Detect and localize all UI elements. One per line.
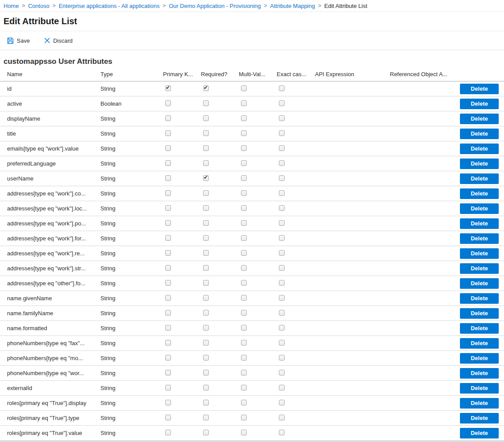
delete-button[interactable]: Delete (460, 144, 499, 154)
exact-case-checkbox[interactable] (279, 265, 285, 271)
required-checkbox[interactable] (203, 130, 209, 136)
delete-button[interactable]: Delete (460, 293, 499, 304)
multi-valued-checkbox[interactable] (241, 355, 247, 361)
required-checkbox[interactable] (203, 400, 209, 405)
required-checkbox[interactable] (203, 310, 209, 316)
multi-valued-checkbox[interactable] (241, 310, 247, 316)
exact-case-checkbox[interactable] (279, 310, 285, 316)
required-checkbox[interactable] (203, 280, 209, 286)
delete-button[interactable]: Delete (460, 203, 499, 214)
exact-case-checkbox[interactable] (279, 235, 285, 241)
primary-key-checkbox[interactable] (165, 415, 171, 420)
required-checkbox[interactable] (203, 160, 209, 166)
primary-key-checkbox[interactable] (165, 310, 171, 316)
multi-valued-checkbox[interactable] (241, 100, 247, 106)
exact-case-checkbox[interactable] (279, 415, 285, 420)
exact-case-checkbox[interactable] (279, 175, 285, 181)
delete-button[interactable]: Delete (460, 84, 499, 94)
primary-key-checkbox[interactable] (165, 235, 171, 241)
primary-key-checkbox[interactable] (165, 160, 171, 166)
required-checkbox[interactable] (203, 115, 209, 121)
delete-button[interactable]: Delete (460, 413, 499, 424)
exact-case-checkbox[interactable] (279, 325, 285, 331)
required-checkbox[interactable] (203, 175, 209, 181)
primary-key-checkbox[interactable] (165, 175, 171, 181)
multi-valued-checkbox[interactable] (241, 400, 247, 405)
breadcrumb-link-demo-application-provisioning[interactable]: Our Demo Application - Provisioning (169, 3, 261, 9)
save-button[interactable]: Save (4, 35, 33, 47)
primary-key-checkbox[interactable] (165, 325, 171, 331)
discard-button[interactable]: Discard (41, 35, 76, 47)
multi-valued-checkbox[interactable] (241, 130, 247, 136)
multi-valued-checkbox[interactable] (241, 415, 247, 420)
primary-key-checkbox[interactable] (165, 280, 171, 286)
primary-key-checkbox[interactable] (165, 85, 171, 91)
delete-button[interactable]: Delete (460, 99, 499, 109)
delete-button[interactable]: Delete (460, 173, 499, 184)
delete-button[interactable]: Delete (460, 218, 499, 229)
multi-valued-checkbox[interactable] (241, 145, 247, 151)
multi-valued-checkbox[interactable] (241, 175, 247, 181)
delete-button[interactable]: Delete (460, 233, 499, 244)
exact-case-checkbox[interactable] (279, 85, 285, 91)
breadcrumb-link-contoso[interactable]: Contoso (28, 3, 49, 9)
required-checkbox[interactable] (203, 235, 209, 241)
multi-valued-checkbox[interactable] (241, 265, 247, 271)
required-checkbox[interactable] (203, 100, 209, 106)
delete-button[interactable]: Delete (460, 248, 499, 259)
primary-key-checkbox[interactable] (165, 400, 171, 405)
delete-button[interactable]: Delete (460, 368, 499, 379)
primary-key-checkbox[interactable] (165, 145, 171, 151)
primary-key-checkbox[interactable] (165, 205, 171, 211)
exact-case-checkbox[interactable] (279, 115, 285, 121)
breadcrumb-link-enterprise-applications[interactable]: Enterprise applications - All applicatio… (59, 3, 159, 9)
delete-button[interactable]: Delete (460, 278, 499, 289)
required-checkbox[interactable] (203, 355, 209, 361)
multi-valued-checkbox[interactable] (241, 340, 247, 346)
delete-button[interactable]: Delete (460, 308, 499, 319)
required-checkbox[interactable] (203, 325, 209, 331)
exact-case-checkbox[interactable] (279, 430, 285, 435)
multi-valued-checkbox[interactable] (241, 250, 247, 256)
delete-button[interactable]: Delete (460, 114, 499, 124)
multi-valued-checkbox[interactable] (241, 280, 247, 286)
exact-case-checkbox[interactable] (279, 385, 285, 390)
exact-case-checkbox[interactable] (279, 160, 285, 166)
multi-valued-checkbox[interactable] (241, 115, 247, 121)
multi-valued-checkbox[interactable] (241, 295, 247, 301)
primary-key-checkbox[interactable] (165, 250, 171, 256)
exact-case-checkbox[interactable] (279, 220, 285, 226)
primary-key-checkbox[interactable] (165, 190, 171, 196)
delete-button[interactable]: Delete (460, 338, 499, 349)
required-checkbox[interactable] (203, 370, 209, 376)
delete-button[interactable]: Delete (460, 323, 499, 334)
delete-button[interactable]: Delete (460, 188, 499, 199)
exact-case-checkbox[interactable] (279, 280, 285, 286)
exact-case-checkbox[interactable] (279, 145, 285, 151)
primary-key-checkbox[interactable] (165, 370, 171, 376)
primary-key-checkbox[interactable] (165, 295, 171, 301)
required-checkbox[interactable] (203, 265, 209, 271)
required-checkbox[interactable] (203, 340, 209, 346)
breadcrumb-link-home[interactable]: Home (4, 3, 19, 9)
primary-key-checkbox[interactable] (165, 130, 171, 136)
delete-button[interactable]: Delete (460, 158, 499, 169)
multi-valued-checkbox[interactable] (241, 190, 247, 196)
exact-case-checkbox[interactable] (279, 295, 285, 301)
exact-case-checkbox[interactable] (279, 355, 285, 361)
breadcrumb-link-attribute-mapping[interactable]: Attribute Mapping (270, 3, 315, 9)
multi-valued-checkbox[interactable] (241, 325, 247, 331)
exact-case-checkbox[interactable] (279, 250, 285, 256)
required-checkbox[interactable] (203, 250, 209, 256)
multi-valued-checkbox[interactable] (241, 205, 247, 211)
primary-key-checkbox[interactable] (165, 430, 171, 435)
required-checkbox[interactable] (203, 415, 209, 420)
required-checkbox[interactable] (203, 190, 209, 196)
delete-button[interactable]: Delete (460, 428, 499, 438)
primary-key-checkbox[interactable] (165, 115, 171, 121)
required-checkbox[interactable] (203, 85, 209, 91)
delete-button[interactable]: Delete (460, 398, 499, 409)
delete-button[interactable]: Delete (460, 263, 499, 274)
multi-valued-checkbox[interactable] (241, 430, 247, 435)
multi-valued-checkbox[interactable] (241, 385, 247, 390)
